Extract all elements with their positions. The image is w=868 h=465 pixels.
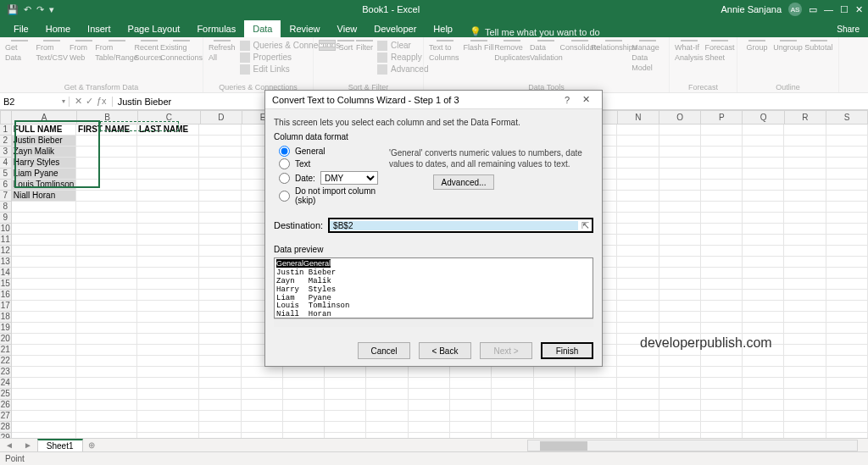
cell[interactable] xyxy=(743,158,784,169)
cell[interactable] xyxy=(325,422,366,433)
cell[interactable] xyxy=(137,334,199,345)
cell[interactable] xyxy=(617,400,659,411)
cell[interactable] xyxy=(12,334,76,345)
cancel-formula-icon[interactable]: ✕ xyxy=(75,96,82,107)
cell[interactable] xyxy=(826,400,868,411)
cell[interactable] xyxy=(617,158,659,169)
cell[interactable] xyxy=(12,345,76,356)
tab-insert[interactable]: Insert xyxy=(79,20,120,37)
cell[interactable] xyxy=(12,213,76,224)
cell[interactable] xyxy=(784,169,826,180)
save-icon[interactable]: 💾 xyxy=(7,4,19,15)
cell[interactable] xyxy=(617,180,659,191)
cell[interactable] xyxy=(743,290,784,301)
cell[interactable] xyxy=(784,422,826,433)
cell[interactable] xyxy=(76,312,137,323)
from-table-button[interactable]: From Table/Range xyxy=(101,40,133,51)
cell[interactable] xyxy=(409,378,450,389)
cell[interactable] xyxy=(76,191,137,202)
row-header[interactable]: 17 xyxy=(0,301,12,312)
cell[interactable] xyxy=(199,268,241,279)
cell[interactable] xyxy=(784,312,826,323)
row-header[interactable]: 15 xyxy=(0,279,12,290)
cell[interactable] xyxy=(743,246,784,257)
cell[interactable] xyxy=(826,290,868,301)
cell[interactable] xyxy=(659,191,701,202)
cell[interactable] xyxy=(784,191,826,202)
cell[interactable] xyxy=(659,301,701,312)
cell[interactable] xyxy=(617,422,659,433)
cell[interactable] xyxy=(199,422,241,433)
data-model-button[interactable]: Manage Data Model xyxy=(632,40,664,51)
cell[interactable] xyxy=(617,169,659,180)
cell[interactable] xyxy=(137,290,199,301)
cell[interactable] xyxy=(743,268,784,279)
tab-nav-prev-icon[interactable]: ◄ xyxy=(0,440,19,450)
cell[interactable] xyxy=(199,213,241,224)
cell[interactable] xyxy=(283,411,325,422)
cell[interactable] xyxy=(743,422,784,433)
cell[interactable] xyxy=(199,356,241,367)
cell[interactable] xyxy=(12,301,76,312)
cell[interactable] xyxy=(784,367,826,378)
cell[interactable] xyxy=(199,180,241,191)
tab-file[interactable]: File xyxy=(5,20,37,37)
cell[interactable] xyxy=(784,400,826,411)
cell[interactable] xyxy=(659,400,701,411)
cell[interactable] xyxy=(826,345,868,356)
row-header[interactable]: 25 xyxy=(0,389,12,400)
cell[interactable] xyxy=(199,246,241,257)
text-to-columns-button[interactable]: Text to Columns xyxy=(429,40,461,51)
range-picker-icon[interactable]: ⇱ xyxy=(578,220,592,231)
cell[interactable] xyxy=(199,279,241,290)
col-header[interactable]: N xyxy=(618,110,659,125)
cell[interactable] xyxy=(701,180,743,191)
sort-az-button[interactable] xyxy=(319,40,336,51)
cell[interactable] xyxy=(137,389,199,400)
cell[interactable] xyxy=(450,367,492,378)
cell[interactable] xyxy=(76,301,137,312)
cell[interactable] xyxy=(534,367,576,378)
cell[interactable] xyxy=(137,191,199,202)
cell[interactable] xyxy=(76,257,137,268)
col-header[interactable]: P xyxy=(701,110,743,125)
cell[interactable] xyxy=(283,422,325,433)
cancel-button[interactable]: Cancel xyxy=(358,342,410,359)
row-header[interactable]: 4 xyxy=(0,158,12,169)
cell[interactable] xyxy=(576,422,617,433)
cell[interactable]: Louis Tomlinson xyxy=(12,180,76,191)
cell[interactable] xyxy=(492,367,533,378)
cell[interactable] xyxy=(76,378,137,389)
cell[interactable] xyxy=(659,169,701,180)
ribbon-display-icon[interactable]: ▭ xyxy=(809,4,817,15)
cell[interactable] xyxy=(617,301,659,312)
cell[interactable] xyxy=(617,202,659,213)
cell[interactable] xyxy=(826,422,868,433)
cell[interactable] xyxy=(76,422,137,433)
dialog-title-bar[interactable]: Convert Text to Columns Wizard - Step 1 … xyxy=(265,91,602,109)
cell[interactable] xyxy=(784,213,826,224)
col-header[interactable]: A xyxy=(12,110,77,125)
destination-input[interactable] xyxy=(330,221,578,230)
row-header[interactable]: 6 xyxy=(0,180,12,191)
cell[interactable] xyxy=(137,356,199,367)
cell[interactable] xyxy=(701,147,743,158)
cell[interactable] xyxy=(76,158,137,169)
cell[interactable]: FULL NAME xyxy=(12,125,76,136)
cell[interactable] xyxy=(199,191,241,202)
data-validation-button[interactable]: Data Validation xyxy=(530,40,562,51)
cell[interactable] xyxy=(743,169,784,180)
cell[interactable] xyxy=(492,378,533,389)
cell[interactable] xyxy=(701,235,743,246)
cell[interactable] xyxy=(137,378,199,389)
cell[interactable] xyxy=(784,268,826,279)
row-header[interactable]: 2 xyxy=(0,136,12,147)
col-header[interactable]: B xyxy=(77,110,138,125)
tab-review[interactable]: Review xyxy=(281,20,328,37)
cell[interactable] xyxy=(743,257,784,268)
col-header[interactable]: R xyxy=(785,110,826,125)
cell[interactable] xyxy=(199,411,241,422)
cell[interactable] xyxy=(12,268,76,279)
avatar[interactable]: AS xyxy=(788,3,802,16)
row-header[interactable]: 23 xyxy=(0,367,12,378)
